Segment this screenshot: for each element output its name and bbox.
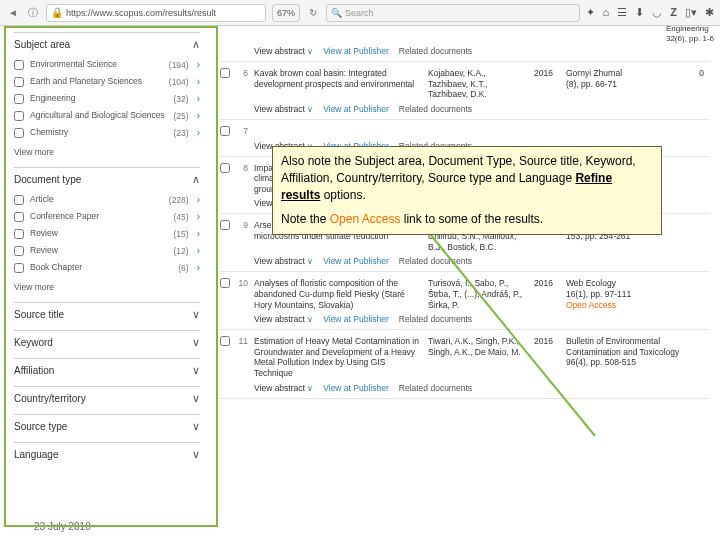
result-checkbox[interactable]: [220, 126, 230, 136]
view-abstract-link[interactable]: View abstract ∨: [254, 256, 313, 266]
facet-checkbox[interactable]: [14, 94, 24, 104]
chevron-down-icon: ∨: [192, 392, 200, 405]
view-abstract-link[interactable]: View abstract ∨: [254, 383, 313, 393]
open-access-label[interactable]: Open Access: [566, 300, 616, 310]
view-abstract-link[interactable]: View abstract ∨: [254, 46, 313, 56]
result-authors[interactable]: [428, 126, 528, 137]
facet-item[interactable]: Article(228)›: [14, 191, 200, 208]
chevron-right-icon[interactable]: ›: [197, 93, 200, 104]
facet-checkbox[interactable]: [14, 77, 24, 87]
chevron-right-icon[interactable]: ›: [197, 127, 200, 138]
search-icon: 🔍: [331, 8, 342, 18]
related-documents-link[interactable]: Related documents: [399, 383, 472, 393]
menu-icon[interactable]: ☰: [617, 6, 627, 19]
facet-item[interactable]: Engineering(32)›: [14, 90, 200, 107]
back-icon[interactable]: ◄: [6, 6, 20, 20]
result-source[interactable]: [566, 126, 682, 137]
facet-checkbox[interactable]: [14, 111, 24, 121]
view-abstract-link[interactable]: View abstract ∨: [254, 104, 313, 114]
facet-checkbox[interactable]: [14, 195, 24, 205]
view-publisher-link[interactable]: View at Publisher: [323, 314, 389, 324]
facet-header-subject[interactable]: Subject area ∧: [14, 33, 200, 56]
result-row: 11Estimation of Heavy Metal Contaminatio…: [220, 330, 710, 381]
self-icon[interactable]: ✦: [586, 6, 595, 19]
pocket-icon[interactable]: ◡: [652, 6, 662, 19]
extra-icon[interactable]: ✱: [705, 6, 714, 19]
result-checkbox[interactable]: [220, 220, 230, 230]
reload-icon[interactable]: ↻: [306, 6, 320, 20]
chevron-right-icon[interactable]: ›: [197, 228, 200, 239]
address-bar[interactable]: 🔒 https://www.scopus.com/results/result: [46, 4, 266, 22]
result-title[interactable]: Estimation of Heavy Metal Contamination …: [254, 336, 422, 379]
facet-item[interactable]: Agricultural and Biological Sciences(25)…: [14, 107, 200, 124]
related-documents-link[interactable]: Related documents: [399, 104, 472, 114]
result-checkbox[interactable]: [220, 68, 230, 78]
facet-item[interactable]: Chemistry(23)›: [14, 124, 200, 141]
result-authors[interactable]: Turisová, I., Sabo, P., Štrba, T., (...)…: [428, 278, 528, 310]
chevron-right-icon[interactable]: ›: [197, 245, 200, 256]
chevron-right-icon[interactable]: ›: [197, 262, 200, 273]
browser-toolbar: ◄ ⓘ 🔒 https://www.scopus.com/results/res…: [0, 0, 720, 26]
view-publisher-link[interactable]: View at Publisher: [323, 383, 389, 393]
facet-title: Keyword: [14, 337, 53, 348]
browser-search[interactable]: 🔍 Search: [326, 4, 580, 22]
related-documents-link[interactable]: Related documents: [399, 256, 472, 266]
result-title[interactable]: [254, 126, 422, 137]
facet-header-sourcetitle[interactable]: Source title ∨: [14, 303, 200, 326]
chevron-right-icon[interactable]: ›: [197, 110, 200, 121]
result-source[interactable]: Web Ecology16(1), pp. 97-111Open Access: [566, 278, 682, 310]
chevron-right-icon[interactable]: ›: [197, 76, 200, 87]
facet-checkbox[interactable]: [14, 263, 24, 273]
facet-checkbox[interactable]: [14, 128, 24, 138]
result-title[interactable]: Analyses of floristic composition of the…: [254, 278, 422, 310]
facet-checkbox[interactable]: [14, 246, 24, 256]
view-publisher-link[interactable]: View at Publisher: [323, 46, 389, 56]
result-source[interactable]: Bulletin of Environmental Contamination …: [566, 336, 682, 379]
facet-checkbox[interactable]: [14, 60, 24, 70]
zotero-icon[interactable]: Z: [670, 6, 677, 19]
related-documents-link[interactable]: Related documents: [399, 46, 472, 56]
facet-header-keyword[interactable]: Keyword ∨: [14, 331, 200, 354]
download-icon[interactable]: ⬇: [635, 6, 644, 19]
view-publisher-link[interactable]: View at Publisher: [323, 104, 389, 114]
chevron-right-icon[interactable]: ›: [197, 194, 200, 205]
chevron-up-icon: ∧: [192, 38, 200, 51]
view-publisher-link[interactable]: View at Publisher: [323, 256, 389, 266]
facet-title: Country/territory: [14, 393, 86, 404]
zoom-level[interactable]: 67%: [272, 4, 300, 22]
top-right-source: Engineering 32(6), pp. 1-6: [666, 24, 714, 45]
url-text: https://www.scopus.com/results/result: [66, 8, 216, 18]
facet-item[interactable]: Environmental Science(194)›: [14, 56, 200, 73]
facet-header-language[interactable]: Language ∨: [14, 443, 200, 466]
view-more-doctype[interactable]: View more: [14, 280, 200, 298]
facet-count: (45): [174, 212, 189, 222]
result-authors[interactable]: Kojabaev, K.A., Tazhibaev, K.T., Tazhiba…: [428, 68, 528, 100]
facet-item[interactable]: Earth and Planetary Sciences(104)›: [14, 73, 200, 90]
result-checkbox[interactable]: [220, 336, 230, 346]
result-checkbox[interactable]: [220, 278, 230, 288]
facet-item[interactable]: Book Chapter(6)›: [14, 259, 200, 276]
result-authors[interactable]: Tiwari, A.K., Singh, P.K., Singh, A.K., …: [428, 336, 528, 379]
info-icon[interactable]: ⓘ: [26, 6, 40, 20]
doc-icon[interactable]: ▯▾: [685, 6, 697, 19]
facet-header-affiliation[interactable]: Affiliation ∨: [14, 359, 200, 382]
facet-header-doctype[interactable]: Document type ∧: [14, 168, 200, 191]
chevron-right-icon[interactable]: ›: [197, 211, 200, 222]
chevron-right-icon[interactable]: ›: [197, 59, 200, 70]
view-more-subject[interactable]: View more: [14, 145, 200, 163]
facet-checkbox[interactable]: [14, 212, 24, 222]
related-documents-link[interactable]: Related documents: [399, 314, 472, 324]
result-title[interactable]: Kavak brown coal basin: Integrated devel…: [254, 68, 422, 100]
home-icon[interactable]: ⌂: [603, 6, 610, 19]
facet-header-sourcetype[interactable]: Source type ∨: [14, 415, 200, 438]
result-source[interactable]: Gornyi Zhurnal(8), pp. 66-71: [566, 68, 682, 100]
facet-item[interactable]: Conference Paper(45)›: [14, 208, 200, 225]
view-abstract-link[interactable]: View abstract ∨: [254, 314, 313, 324]
facet-item[interactable]: Review(15)›: [14, 225, 200, 242]
facet-item[interactable]: Review(12)›: [14, 242, 200, 259]
facet-source-title: Source title ∨: [14, 302, 200, 326]
facet-header-country[interactable]: Country/territory ∨: [14, 387, 200, 410]
facet-checkbox[interactable]: [14, 229, 24, 239]
facet-subject-area: Subject area ∧ Environmental Science(194…: [14, 32, 200, 163]
result-checkbox[interactable]: [220, 163, 230, 173]
